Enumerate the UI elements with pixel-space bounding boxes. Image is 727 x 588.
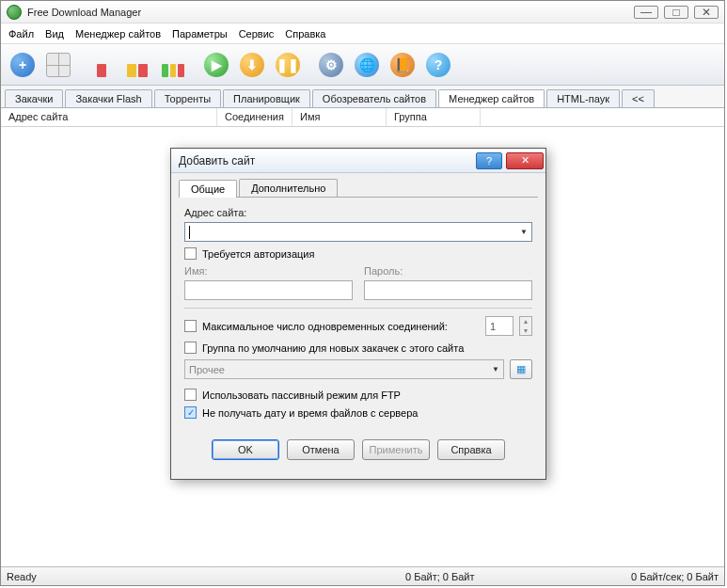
- default-group-checkbox[interactable]: [184, 342, 197, 354]
- tab-downloads[interactable]: Закачки: [5, 89, 63, 107]
- menu-bar: Файл Вид Менеджер сайтов Параметры Серви…: [1, 24, 724, 44]
- start-icon: [161, 53, 185, 77]
- max-connections-spinner[interactable]: ▲▼: [519, 316, 532, 336]
- username-label: Имя:: [184, 265, 353, 277]
- dialog-title-bar[interactable]: Добавить сайт ? ✕: [171, 149, 545, 173]
- list-header: Адрес сайта Соединения Имя Группа: [1, 108, 724, 127]
- col-name[interactable]: Имя: [292, 108, 387, 126]
- dialog-help-footer-button[interactable]: Справка: [437, 439, 505, 460]
- tab-sitebrowser[interactable]: Обозреватель сайтов: [312, 89, 436, 107]
- tab-collapse[interactable]: <<: [622, 89, 655, 107]
- folder-plus-icon: ▦: [516, 363, 526, 375]
- app-title: Free Download Manager: [27, 7, 634, 18]
- group-select-value: Прочее: [189, 364, 225, 375]
- dialog-title: Добавить сайт: [179, 154, 472, 167]
- menu-sitemanager[interactable]: Менеджер сайтов: [75, 28, 161, 40]
- title-bar: Free Download Manager — □ ✕: [1, 1, 724, 24]
- download-icon: ⬇: [240, 53, 264, 77]
- stop-button[interactable]: [86, 49, 118, 81]
- ftp-passive-label: Использовать пассивный режим для FTP: [202, 389, 401, 401]
- status-speed: 0 Байт/сек; 0 Байт: [631, 571, 719, 582]
- password-label: Пароль:: [364, 265, 532, 277]
- auth-required-label: Требуется авторизация: [202, 248, 314, 260]
- play-button[interactable]: ▶: [200, 49, 232, 81]
- close-button[interactable]: ✕: [694, 6, 719, 19]
- max-connections-label: Максимальное число одновременных соедине…: [202, 321, 480, 332]
- stop-icon: [89, 53, 114, 77]
- menu-help[interactable]: Справка: [285, 28, 325, 40]
- tab-scheduler[interactable]: Планировщик: [223, 89, 310, 107]
- globe-icon: 🌐: [355, 53, 379, 77]
- apply-button[interactable]: Применить: [362, 439, 430, 460]
- text-cursor: [189, 226, 190, 239]
- schedule-button[interactable]: [121, 49, 153, 81]
- maximize-button[interactable]: □: [664, 6, 688, 19]
- start-button[interactable]: [157, 49, 189, 81]
- default-group-label: Группа по умолчанию для новых закачек с …: [202, 342, 464, 354]
- password-input[interactable]: [364, 280, 532, 300]
- chevron-down-icon: ▼: [492, 365, 499, 373]
- tab-flash[interactable]: Закачки Flash: [65, 89, 151, 107]
- book-icon: 📙: [390, 53, 415, 77]
- menu-options[interactable]: Параметры: [172, 28, 228, 40]
- batch-button[interactable]: [42, 49, 74, 81]
- col-address[interactable]: Адрес сайта: [1, 108, 217, 126]
- col-connections[interactable]: Соединения: [217, 108, 292, 126]
- cancel-button[interactable]: Отмена: [287, 439, 355, 460]
- tab-torrents[interactable]: Торренты: [154, 89, 221, 107]
- status-bytes: 0 Байт; 0 Байт: [405, 571, 475, 582]
- dialog-footer: OK Отмена Применить Справка: [179, 430, 538, 471]
- status-bar: Ready 0 Байт; 0 Байт 0 Байт/сек; 0 Байт: [1, 566, 724, 585]
- menu-view[interactable]: Вид: [45, 28, 64, 40]
- dialog-tab-general[interactable]: Общие: [179, 180, 237, 198]
- dialog-help-button[interactable]: ?: [476, 152, 502, 169]
- ok-button[interactable]: OK: [212, 439, 279, 460]
- dialog-tabs: Общие Дополнительно: [179, 179, 538, 198]
- username-input[interactable]: [184, 280, 353, 300]
- group-select[interactable]: Прочее ▼: [184, 359, 504, 379]
- auth-required-checkbox[interactable]: [184, 247, 197, 260]
- gear-icon: ⚙: [319, 53, 343, 77]
- ftp-passive-checkbox[interactable]: [184, 389, 197, 401]
- help-icon: ?: [426, 53, 450, 77]
- play-icon: ▶: [204, 53, 229, 77]
- add-site-dialog: Добавить сайт ? ✕ Общие Дополнительно Ад…: [170, 148, 546, 480]
- max-connections-checkbox[interactable]: [184, 320, 197, 332]
- site-address-label: Адрес сайта:: [184, 207, 532, 218]
- docs-button[interactable]: 📙: [387, 49, 419, 81]
- settings-button[interactable]: ⚙: [315, 49, 347, 81]
- add-download-button[interactable]: +: [7, 49, 39, 81]
- app-icon: [7, 5, 22, 20]
- menu-service[interactable]: Сервис: [239, 28, 275, 40]
- site-address-input[interactable]: ▼: [184, 222, 532, 242]
- toolbar: + ▶ ⬇ ❚❚ ⚙ 🌐 📙 ?: [1, 44, 724, 86]
- download-button[interactable]: ⬇: [236, 49, 268, 81]
- main-tabs: Закачки Закачки Flash Торренты Планировщ…: [1, 86, 724, 108]
- help-button[interactable]: ?: [422, 49, 454, 81]
- pause-button[interactable]: ❚❚: [272, 49, 304, 81]
- plus-icon: +: [10, 53, 35, 77]
- grid-icon: [46, 53, 71, 77]
- status-ready: Ready: [7, 571, 37, 582]
- tab-sitemanager[interactable]: Менеджер сайтов: [438, 89, 545, 107]
- col-group[interactable]: Группа: [387, 108, 481, 126]
- tab-htmlspider[interactable]: HTML-паук: [546, 89, 620, 107]
- schedule-icon: [125, 53, 150, 77]
- chevron-down-icon[interactable]: ▼: [520, 228, 528, 236]
- dialog-close-button[interactable]: ✕: [506, 152, 544, 169]
- dialog-tab-advanced[interactable]: Дополнительно: [239, 179, 338, 197]
- menu-file[interactable]: Файл: [8, 28, 34, 40]
- browser-button[interactable]: 🌐: [351, 49, 383, 81]
- no-filedate-checkbox[interactable]: [184, 406, 197, 419]
- minimize-button[interactable]: —: [634, 6, 658, 19]
- max-connections-input[interactable]: [485, 316, 514, 336]
- add-group-button[interactable]: ▦: [510, 359, 532, 379]
- pause-icon: ❚❚: [276, 53, 300, 77]
- no-filedate-label: Не получать дату и время файлов с сервер…: [202, 407, 418, 419]
